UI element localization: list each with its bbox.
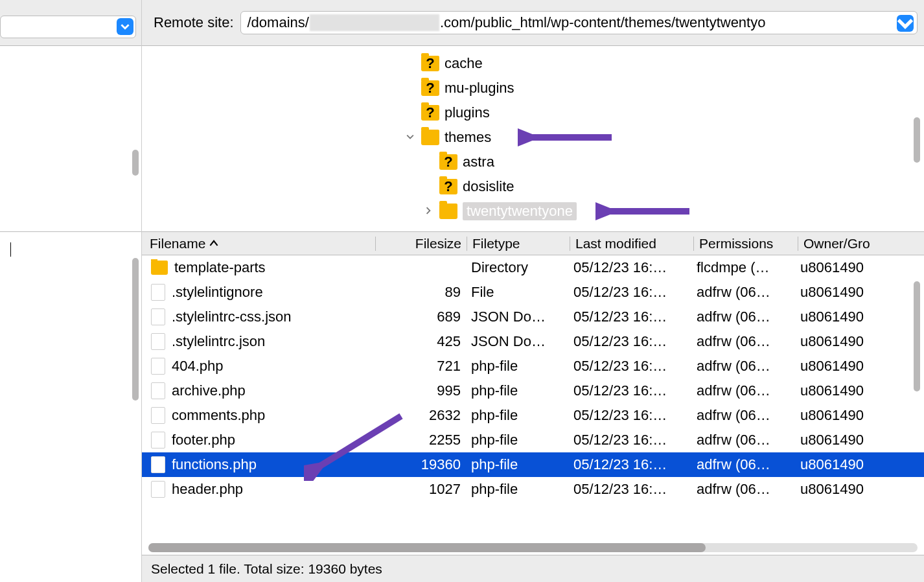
cell-permissions: adfrw (06… bbox=[691, 432, 795, 448]
remote-path-input[interactable]: /domains/.com/public_html/wp-content/the… bbox=[240, 11, 918, 34]
scrollbar-thumb[interactable] bbox=[148, 543, 706, 552]
cell-permissions: adfrw (06… bbox=[691, 456, 795, 473]
cell-modified: 05/12/23 16:… bbox=[568, 456, 691, 473]
cell-type: php-file bbox=[466, 481, 568, 498]
cell-filename: .stylelintignore bbox=[142, 284, 375, 301]
cell-permissions: flcdmpe (… bbox=[691, 259, 795, 276]
cell-owner: u8061490 bbox=[795, 407, 924, 424]
file-icon bbox=[151, 407, 165, 424]
cell-type: File bbox=[466, 284, 568, 301]
cell-modified: 05/12/23 16:… bbox=[568, 407, 691, 424]
chevron-down-icon bbox=[121, 22, 130, 31]
path-suffix: .com/public_html/wp-content/themes/twent… bbox=[440, 14, 766, 31]
cell-type: php-file bbox=[466, 432, 568, 448]
cell-owner: u8061490 bbox=[795, 333, 924, 350]
tree-item-label: twentytwentyone bbox=[463, 202, 577, 220]
cell-type: JSON Do… bbox=[466, 333, 568, 350]
cell-owner: u8061490 bbox=[795, 308, 924, 325]
tree-item-twentytwentyone[interactable]: twentytwentyone bbox=[142, 199, 924, 224]
cell-filename: archive.php bbox=[142, 382, 375, 399]
col-owner[interactable]: Owner/Gro bbox=[798, 236, 924, 251]
col-filetype[interactable]: Filetype bbox=[467, 236, 570, 251]
filename-label: archive.php bbox=[172, 382, 246, 399]
scrollbar-thumb[interactable] bbox=[132, 258, 139, 401]
col-filename[interactable]: Filename bbox=[142, 236, 375, 251]
filename-label: template-parts bbox=[174, 259, 266, 276]
file-icon bbox=[151, 308, 165, 325]
sort-ascending-icon bbox=[209, 236, 218, 251]
cell-filename: template-parts bbox=[142, 259, 375, 276]
tree-item-astra[interactable]: ?astra bbox=[142, 150, 924, 174]
file-row[interactable]: .stylelintrc.json425JSON Do…05/12/23 16:… bbox=[142, 329, 924, 354]
cell-size: 995 bbox=[375, 382, 466, 399]
folder-unknown-icon: ? bbox=[439, 179, 457, 194]
filename-label: .stylelintignore bbox=[172, 284, 263, 301]
tree-item-mu-plugins[interactable]: ?mu-plugins bbox=[142, 76, 924, 100]
col-filesize[interactable]: Filesize bbox=[376, 236, 467, 251]
cell-size: 425 bbox=[375, 333, 466, 350]
scrollbar-thumb[interactable] bbox=[132, 150, 139, 176]
cell-owner: u8061490 bbox=[795, 456, 924, 473]
chevron-right-icon[interactable] bbox=[422, 206, 434, 216]
file-row[interactable]: footer.php2255php-file05/12/23 16:…adfrw… bbox=[142, 428, 924, 452]
annotation-arrow bbox=[595, 202, 693, 221]
file-row[interactable]: template-partsDirectory05/12/23 16:…flcd… bbox=[142, 255, 924, 280]
tree-item-cache[interactable]: ?cache bbox=[142, 51, 924, 76]
horizontal-scrollbar[interactable] bbox=[148, 543, 918, 552]
cell-owner: u8061490 bbox=[795, 382, 924, 399]
filename-label: footer.php bbox=[172, 432, 235, 448]
cell-filename: 404.php bbox=[142, 358, 375, 375]
file-row[interactable]: archive.php995php-file05/12/23 16:…adfrw… bbox=[142, 378, 924, 403]
remote-tree[interactable]: ?cache?mu-plugins?pluginsthemes?astra?do… bbox=[142, 46, 924, 232]
file-icon bbox=[151, 284, 165, 301]
folder-icon bbox=[151, 261, 168, 275]
cell-type: php-file bbox=[466, 358, 568, 375]
filename-label: header.php bbox=[172, 481, 243, 498]
cell-owner: u8061490 bbox=[795, 259, 924, 276]
file-list-header[interactable]: Filename Filesize Filetype Last modified… bbox=[142, 232, 924, 255]
folder-icon bbox=[439, 204, 457, 219]
local-tree[interactable] bbox=[0, 46, 141, 232]
cell-modified: 05/12/23 16:… bbox=[568, 259, 691, 276]
col-permissions[interactable]: Permissions bbox=[694, 236, 798, 251]
cell-filename: functions.php bbox=[142, 456, 375, 473]
tree-item-label: cache bbox=[445, 55, 483, 72]
local-path-dropdown[interactable] bbox=[117, 18, 133, 35]
file-icon bbox=[151, 432, 165, 448]
remote-address-bar: Remote site: /domains/.com/public_html/w… bbox=[142, 0, 924, 46]
col-modified[interactable]: Last modified bbox=[570, 236, 693, 251]
file-row[interactable]: header.php1027php-file05/12/23 16:…adfrw… bbox=[142, 477, 924, 502]
cell-modified: 05/12/23 16:… bbox=[568, 432, 691, 448]
chevron-down-icon[interactable] bbox=[404, 132, 416, 143]
local-address-bar bbox=[0, 0, 141, 46]
cell-modified: 05/12/23 16:… bbox=[568, 333, 691, 350]
folder-icon bbox=[421, 130, 439, 145]
chevron-down-icon bbox=[897, 15, 914, 32]
tree-item-dosislite[interactable]: ?dosislite bbox=[142, 174, 924, 199]
cell-type: Directory bbox=[466, 259, 568, 276]
cell-size: 2255 bbox=[375, 432, 466, 448]
file-row[interactable]: 404.php721php-file05/12/23 16:…adfrw (06… bbox=[142, 354, 924, 378]
cell-filename: header.php bbox=[142, 481, 375, 498]
local-file-list[interactable] bbox=[0, 232, 141, 582]
file-row[interactable]: .stylelintignore89File05/12/23 16:…adfrw… bbox=[142, 280, 924, 305]
cell-modified: 05/12/23 16:… bbox=[568, 382, 691, 399]
tree-item-plugins[interactable]: ?plugins bbox=[142, 100, 924, 125]
file-icon bbox=[151, 382, 165, 399]
cell-owner: u8061490 bbox=[795, 481, 924, 498]
file-row[interactable]: .stylelintrc-css.json689JSON Do…05/12/23… bbox=[142, 305, 924, 329]
file-row[interactable]: comments.php2632php-file05/12/23 16:…adf… bbox=[142, 403, 924, 428]
tree-item-themes[interactable]: themes bbox=[142, 125, 924, 150]
scrollbar-thumb[interactable] bbox=[914, 281, 920, 391]
file-row[interactable]: functions.php19360php-file05/12/23 16:…a… bbox=[142, 452, 924, 477]
remote-file-list[interactable]: template-partsDirectory05/12/23 16:…flcd… bbox=[142, 255, 924, 542]
local-path-input[interactable] bbox=[0, 16, 136, 38]
status-bar: Selected 1 file. Total size: 19360 bytes bbox=[142, 555, 924, 582]
cell-permissions: adfrw (06… bbox=[691, 407, 795, 424]
cell-type: php-file bbox=[466, 407, 568, 424]
cell-size: 89 bbox=[375, 284, 466, 301]
remote-path-dropdown[interactable] bbox=[897, 15, 914, 32]
col-filename-label: Filename bbox=[150, 236, 205, 251]
tree-item-label: plugins bbox=[445, 104, 490, 121]
filename-label: .stylelintrc-css.json bbox=[172, 308, 292, 325]
